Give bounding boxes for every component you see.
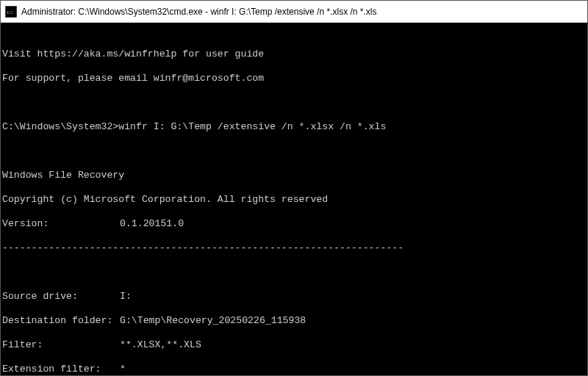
source-value: I: <box>120 291 132 302</box>
version-label: Version: <box>2 218 120 231</box>
help-line: Visit https://aka.ms/winfrhelp for user … <box>2 48 586 61</box>
copyright: Copyright (c) Microsoft Corporation. All… <box>2 194 586 206</box>
divider: ----------------------------------------… <box>2 242 586 255</box>
version-line: Version:0.1.20151.0 <box>2 218 586 231</box>
extfilter-line: Extension filter:* <box>2 364 586 376</box>
filter-label: Filter: <box>2 339 120 352</box>
filter-line: Filter:**.XLSX,**.XLS <box>2 339 586 352</box>
prompt-path: C:\Windows\System32> <box>2 121 118 132</box>
app-name: Windows File Recovery <box>2 170 586 182</box>
titlebar[interactable]: C:\ Administrator: C:\Windows\System32\c… <box>1 1 587 23</box>
version-value: 0.1.20151.0 <box>120 218 184 229</box>
svg-text:C:\: C:\ <box>7 9 14 15</box>
blank <box>2 267 586 279</box>
command-line: C:\Windows\System32>winfr I: G:\Temp /ex… <box>2 121 586 134</box>
window-title: Administrator: C:\Windows\System32\cmd.e… <box>21 7 376 17</box>
filter-value: **.XLSX,**.XLS <box>120 339 201 350</box>
help-line: For support, please email winfr@microsof… <box>2 73 586 85</box>
dest-line: Destination folder:G:\Temp\Recovery_2025… <box>2 315 586 328</box>
dest-label: Destination folder: <box>2 315 120 328</box>
blank <box>2 97 586 109</box>
source-label: Source drive: <box>2 291 120 303</box>
extfilter-value: * <box>120 364 126 375</box>
source-line: Source drive:I: <box>2 291 586 303</box>
command-text: winfr I: G:\Temp /extensive /n *.xlsx /n… <box>118 121 386 132</box>
terminal-output[interactable]: Visit https://aka.ms/winfrhelp for user … <box>1 23 587 375</box>
blank <box>2 145 586 158</box>
dest-value: G:\Temp\Recovery_20250226_115938 <box>120 315 306 326</box>
cmd-icon: C:\ <box>5 6 17 18</box>
extfilter-label: Extension filter: <box>2 364 120 376</box>
cmd-window: C:\ Administrator: C:\Windows\System32\c… <box>0 0 588 376</box>
